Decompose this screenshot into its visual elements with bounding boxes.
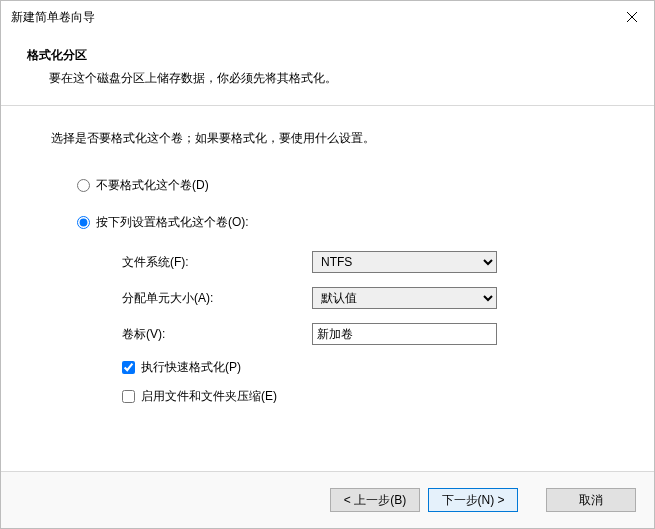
format-fields: 文件系统(F): NTFS 分配单元大小(A): 默认值	[122, 251, 604, 405]
titlebar: 新建简单卷向导	[1, 1, 654, 33]
page-title: 格式化分区	[27, 47, 628, 64]
quick-format-label: 执行快速格式化(P)	[141, 359, 241, 376]
radio-no-format-label: 不要格式化这个卷(D)	[96, 177, 209, 194]
page-description: 要在这个磁盘分区上储存数据，你必须先将其格式化。	[27, 64, 628, 87]
radio-format-input[interactable]	[77, 216, 90, 229]
allocation-label: 分配单元大小(A):	[122, 290, 312, 307]
compression-label: 启用文件和文件夹压缩(E)	[141, 388, 277, 405]
compression-row[interactable]: 启用文件和文件夹压缩(E)	[122, 388, 604, 405]
filesystem-label: 文件系统(F):	[122, 254, 312, 271]
cancel-button[interactable]: 取消	[546, 488, 636, 512]
window-title: 新建简单卷向导	[11, 9, 95, 26]
instruction-text: 选择是否要格式化这个卷；如果要格式化，要使用什么设置。	[51, 130, 604, 147]
compression-checkbox[interactable]	[122, 390, 135, 403]
quick-format-row[interactable]: 执行快速格式化(P)	[122, 359, 604, 376]
next-button[interactable]: 下一步(N) >	[428, 488, 518, 512]
wizard-footer: < 上一步(B) 下一步(N) > 取消	[1, 471, 654, 528]
wizard-header: 格式化分区 要在这个磁盘分区上储存数据，你必须先将其格式化。	[1, 33, 654, 97]
volume-label-row: 卷标(V):	[122, 323, 604, 345]
radio-format-label: 按下列设置格式化这个卷(O):	[96, 214, 249, 231]
wizard-window: 新建简单卷向导 格式化分区 要在这个磁盘分区上储存数据，你必须先将其格式化。 选…	[0, 0, 655, 529]
allocation-row: 分配单元大小(A): 默认值	[122, 287, 604, 309]
filesystem-select[interactable]: NTFS	[312, 251, 497, 273]
allocation-select[interactable]: 默认值	[312, 287, 497, 309]
radio-no-format-input[interactable]	[77, 179, 90, 192]
close-icon	[627, 9, 637, 25]
back-button[interactable]: < 上一步(B)	[330, 488, 420, 512]
volume-label-label: 卷标(V):	[122, 326, 312, 343]
radio-no-format[interactable]: 不要格式化这个卷(D)	[77, 177, 604, 194]
close-button[interactable]	[610, 1, 654, 33]
quick-format-checkbox[interactable]	[122, 361, 135, 374]
radio-format[interactable]: 按下列设置格式化这个卷(O):	[77, 214, 604, 231]
format-radio-group: 不要格式化这个卷(D) 按下列设置格式化这个卷(O): 文件系统(F): NTF…	[77, 177, 604, 405]
filesystem-row: 文件系统(F): NTFS	[122, 251, 604, 273]
wizard-content: 选择是否要格式化这个卷；如果要格式化，要使用什么设置。 不要格式化这个卷(D) …	[1, 106, 654, 471]
volume-label-input[interactable]	[312, 323, 497, 345]
